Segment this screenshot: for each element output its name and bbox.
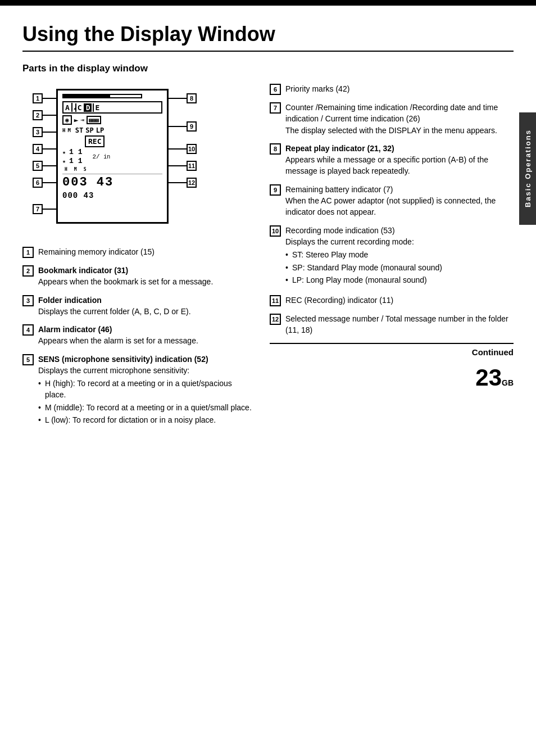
callout-11: 11: [167, 161, 197, 171]
item-num-7: 7: [270, 102, 281, 114]
item-text-12: Selected message number / Total message …: [285, 313, 514, 336]
bullet-item: SP: Standard Play mode (monaural sound): [285, 262, 514, 274]
list-item: 2 Bookmark indicator (31) Appears when t…: [22, 265, 253, 288]
callout-8: 8: [167, 93, 197, 103]
item-text-8: Repeat play indicator (21, 32) Appears w…: [285, 143, 514, 177]
callout-box-12: 12: [187, 178, 197, 188]
callout-box-8: 8: [187, 93, 197, 103]
item-text-9: Remaining battery indicator (7) When the…: [285, 184, 514, 218]
page-number-area: 23 GB: [270, 366, 514, 390]
mode-bullets: ST: Stereo Play mode SP: Standard Play m…: [285, 250, 514, 286]
list-item: 9 Remaining battery indicator (7) When t…: [270, 184, 514, 218]
callout-line-11: [167, 165, 187, 166]
list-item: 7 Counter /Remaining time indication /Re…: [270, 102, 514, 136]
continued-line: Continued: [270, 343, 514, 357]
item-num-5: 5: [22, 354, 34, 365]
display-diagram: 1 2 3 4 5: [22, 83, 202, 235]
item-text-1: Remaining memory indicator (15): [38, 246, 253, 257]
list-item: 10 Recording mode indication (53) Displa…: [270, 225, 514, 288]
item-text-6: Priority marks (42): [285, 83, 514, 94]
bullet-item: M (middle): To record at a meeting or in…: [38, 402, 253, 414]
right-column: 6 Priority marks (42) 7 Counter /Remaini…: [270, 83, 514, 434]
top-bar: [0, 0, 536, 6]
list-item: 11 REC (Recording) indicator (11): [270, 295, 514, 306]
list-item: 3 Folder indication Displays the current…: [22, 295, 253, 318]
left-column: 1 2 3 4 5: [22, 83, 253, 434]
callout-box-6-left: 6: [33, 178, 43, 188]
item-num-12: 12: [270, 314, 281, 325]
sens-bullets: H (high): To record at a meeting or in a…: [38, 378, 253, 425]
item-num-9: 9: [270, 184, 281, 196]
item-text-5: SENS (microphone sensitivity) indication…: [38, 354, 253, 428]
sidebar-label: Basic Operations: [519, 112, 536, 225]
bullet-item: ST: Stereo Play mode: [285, 250, 514, 261]
callout-12: 12: [167, 178, 197, 188]
callout-box-2: 2: [33, 110, 43, 120]
item-text-7: Counter /Remaining time indication /Reco…: [285, 102, 514, 136]
bullet-item: H (high): To record at a meeting or in a…: [38, 378, 253, 400]
item-num-10: 10: [270, 225, 281, 237]
page-number: 23: [475, 366, 502, 390]
continued-label: Continued: [472, 347, 514, 357]
item-text-4: Alarm indicator (46) Appears when the al…: [38, 324, 253, 347]
bullet-item: LP: Long Play mode (monaural sound): [285, 275, 514, 286]
item-num-8: 8: [270, 143, 281, 155]
callout-line-8: [167, 98, 187, 99]
right-desc-list: 6 Priority marks (42) 7 Counter /Remaini…: [270, 83, 514, 336]
page-number-suffix: GB: [502, 378, 514, 387]
callout-box-3: 3: [33, 127, 43, 137]
list-item: 6 Priority marks (42): [270, 83, 514, 95]
item-num-3: 3: [22, 295, 34, 306]
callout-box-9: 9: [187, 121, 197, 132]
display-screen: A 𝅈 C D E ◉ ► ⇥ ▩▩▩: [56, 89, 169, 224]
callout-box-1: 1: [33, 93, 43, 103]
callout-box-11: 11: [187, 161, 197, 171]
list-item: 4 Alarm indicator (46) Appears when the …: [22, 324, 253, 347]
callout-box-7: 7: [33, 204, 43, 214]
item-num-11: 11: [270, 295, 281, 306]
callout-box-10: 10: [187, 144, 197, 154]
bullet-item: L (low): To record for dictation or in a…: [38, 415, 253, 426]
item-text-2: Bookmark indicator (31) Appears when the…: [38, 265, 253, 288]
item-text-10: Recording mode indication (53) Displays …: [285, 225, 514, 288]
callout-box-4: 4: [33, 144, 43, 154]
item-num-2: 2: [22, 265, 34, 277]
item-num-1: 1: [22, 247, 34, 258]
item-text-11: REC (Recording) indicator (11): [285, 295, 514, 306]
item-text-3: Folder indication Displays the current f…: [38, 295, 253, 318]
callout-box-5: 5: [33, 161, 43, 171]
list-item: 5 SENS (microphone sensitivity) indicati…: [22, 354, 253, 428]
callout-9: 9: [167, 121, 197, 132]
item-num-6: 6: [270, 84, 281, 95]
left-desc-list: 1 Remaining memory indicator (15) 2 Book…: [22, 246, 253, 428]
item-num-4: 4: [22, 324, 34, 336]
list-item: 8 Repeat play indicator (21, 32) Appears…: [270, 143, 514, 177]
list-item: 12 Selected message number / Total messa…: [270, 313, 514, 336]
page-title: Using the Display Window: [22, 22, 514, 52]
list-item: 1 Remaining memory indicator (15): [22, 246, 253, 258]
callout-10: 10: [167, 144, 197, 154]
callout-line-10: [167, 148, 187, 150]
callout-line-12: [167, 182, 187, 183]
section-title: Parts in the display window: [22, 63, 514, 74]
callout-line-9: [167, 126, 187, 127]
